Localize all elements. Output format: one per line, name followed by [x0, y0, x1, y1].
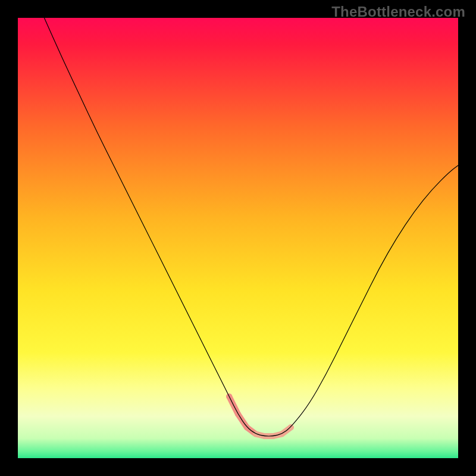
plot-area: [18, 18, 458, 458]
gradient-background: [18, 18, 458, 458]
chart-frame: TheBottleneck.com: [0, 0, 476, 476]
bottleneck-chart: [18, 18, 458, 458]
